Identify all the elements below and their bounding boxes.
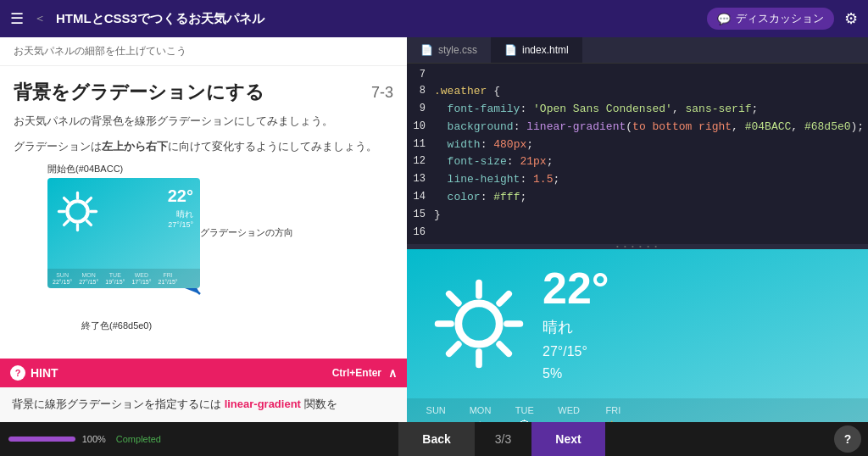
- file-icon-style: 📄: [420, 44, 433, 56]
- menu-icon[interactable]: ☰: [10, 9, 24, 28]
- lesson-number: 7-3: [371, 84, 393, 102]
- day-icon-4: ⛅: [604, 419, 621, 422]
- code-line: 9 font-family: 'Open Sans Condensed', sa…: [407, 101, 868, 119]
- page-title: HTMLとCSS3でつくるお天気パネル: [56, 11, 697, 27]
- right-panel: 📄 style.css 📄 index.html 7 8 .weather {: [407, 37, 868, 422]
- progress-section: 100% Completed: [0, 434, 170, 444]
- back-chevron-icon: ＜: [34, 11, 46, 26]
- svg-line-8: [87, 221, 92, 225]
- lesson-desc2: グラデーションは左上から右下に向けて変化するようにしてみましょう。: [14, 137, 393, 156]
- hint-header[interactable]: ? HINT Ctrl+Enter ∧: [0, 359, 407, 387]
- start-color-label: 開始色(#04BACC): [47, 163, 123, 175]
- gradient-direction-label: グラデーションの方向: [200, 226, 293, 239]
- day-icon-3: 🌧: [562, 419, 576, 422]
- condition-display: 晴れ: [542, 317, 609, 337]
- progress-bar-track: [8, 437, 75, 442]
- code-line: 11 width: 480px;: [407, 136, 868, 154]
- preview-area: 22° 晴れ 27°/15° 5% SUN ☁ 22°/15° MON ☀: [407, 249, 868, 422]
- code-line: 14 color: #fff;: [407, 189, 868, 207]
- code-line: 10 background: linear-gradient(to bottom…: [407, 119, 868, 136]
- discussion-button[interactable]: 💬 ディスカッション: [707, 8, 834, 30]
- page-indicator: 3/3: [475, 432, 531, 446]
- temp-range-display: 27°/15°: [542, 344, 609, 359]
- day-icon-2: 🌤: [518, 419, 531, 422]
- discussion-icon: 💬: [717, 13, 731, 25]
- code-editor: 📄 style.css 📄 index.html 7 8 .weather {: [407, 37, 868, 244]
- svg-point-11: [459, 303, 499, 344]
- svg-line-7: [64, 198, 69, 203]
- hint-content: 背景に線形グラデーションを指定するには linear-gradient 関数を: [0, 387, 407, 422]
- help-button[interactable]: ?: [834, 425, 861, 453]
- weather-footer: SUN ☁ 22°/15° MON ☀ 27°/15° TUE 🌤 19°/15…: [407, 398, 868, 422]
- svg-line-9: [87, 198, 92, 203]
- day-item-fri: FRI ⛅ 21°/15°: [598, 405, 628, 422]
- sun-icon-preview: [54, 188, 101, 235]
- code-line: 16: [407, 225, 868, 241]
- top-bar: ☰ ＜ HTMLとCSS3でつくるお天気パネル 💬 ディスカッション ⚙: [0, 0, 868, 37]
- code-line: 15 }: [407, 207, 868, 225]
- code-line: 12 font-size: 21px;: [407, 153, 868, 171]
- svg-line-17: [499, 344, 509, 353]
- svg-point-2: [67, 202, 87, 222]
- hint-shortcut: Ctrl+Enter: [332, 367, 381, 379]
- svg-line-19: [449, 344, 459, 353]
- lesson-desc1: お天気パネルの背景色を線形グラデーションにしてみましょう。: [14, 112, 393, 131]
- back-button[interactable]: Back: [398, 422, 474, 456]
- hint-box: ? HINT Ctrl+Enter ∧ 背景に線形グラデーションを指定するには …: [0, 359, 407, 422]
- tab-style-css[interactable]: 📄 style.css: [407, 37, 491, 63]
- svg-line-18: [499, 294, 509, 303]
- gear-icon[interactable]: ⚙: [844, 9, 858, 28]
- progress-bar-fill: [8, 437, 75, 442]
- svg-line-10: [64, 221, 69, 225]
- hint-chevron-icon: ∧: [388, 366, 397, 380]
- weather-main: 22° 晴れ 27°/15° 5%: [407, 249, 868, 398]
- left-panel: お天気パネルの細部を仕上げていこう 背景をグラデーションにする 7-3 お天気パ…: [0, 37, 407, 422]
- lesson-subtitle: お天気パネルの細部を仕上げていこう: [0, 37, 407, 66]
- editor-tabs: 📄 style.css 📄 index.html: [407, 37, 868, 64]
- svg-line-16: [449, 294, 459, 303]
- day-icon-1: ☀: [474, 419, 486, 422]
- humidity-display: 5%: [542, 366, 609, 381]
- next-button[interactable]: Next: [531, 422, 604, 456]
- sun-icon-large: [432, 277, 526, 370]
- bottom-bar: 100% Completed Back 3/3 Next ?: [0, 422, 868, 456]
- day-item-tue: TUE 🌤 19°/15°: [509, 405, 540, 422]
- main-area: お天気パネルの細部を仕上げていこう 背景をグラデーションにする 7-3 お天気パ…: [0, 37, 868, 422]
- day-item-sun: SUN ☁ 22°/15°: [420, 405, 451, 422]
- day-icon-0: ☁: [429, 419, 442, 422]
- code-line: 13 line-height: 1.5;: [407, 171, 868, 189]
- hint-keyword: linear-gradient: [225, 398, 301, 410]
- file-icon-index: 📄: [504, 44, 517, 56]
- progress-percent: 100%: [82, 434, 106, 444]
- lesson-content: 背景をグラデーションにする 7-3 お天気パネルの背景色を線形グラデーションにし…: [0, 66, 407, 359]
- day-item-mon: MON ☀ 27°/15°: [465, 405, 495, 422]
- weather-widget: 22° 晴れ 27°/15° 5% SUN ☁ 22°/15° MON ☀: [407, 249, 868, 422]
- code-content[interactable]: 7 8 .weather { 9 font-family: 'Open Sans…: [407, 64, 868, 244]
- bottom-nav: Back 3/3 Next: [170, 422, 834, 456]
- day-item-wed: WED 🌧 17°/15°: [554, 405, 584, 422]
- code-line: 7: [407, 67, 868, 83]
- weather-card-preview: 22° 晴れ 27°/15° SUN 22°/15° MON 27°/15°: [47, 178, 200, 288]
- weather-right: 22° 晴れ 27°/15° 5%: [542, 266, 609, 381]
- temperature-display: 22°: [542, 266, 609, 310]
- end-color-label: 終了色(#68d5e0): [81, 320, 152, 332]
- tab-index-html[interactable]: 📄 index.html: [491, 37, 582, 63]
- hint-icon: ?: [10, 365, 25, 381]
- code-line: 8 .weather {: [407, 83, 868, 101]
- completed-badge: Completed: [116, 434, 161, 444]
- lesson-heading: 背景をグラデーションにする 7-3: [14, 80, 393, 105]
